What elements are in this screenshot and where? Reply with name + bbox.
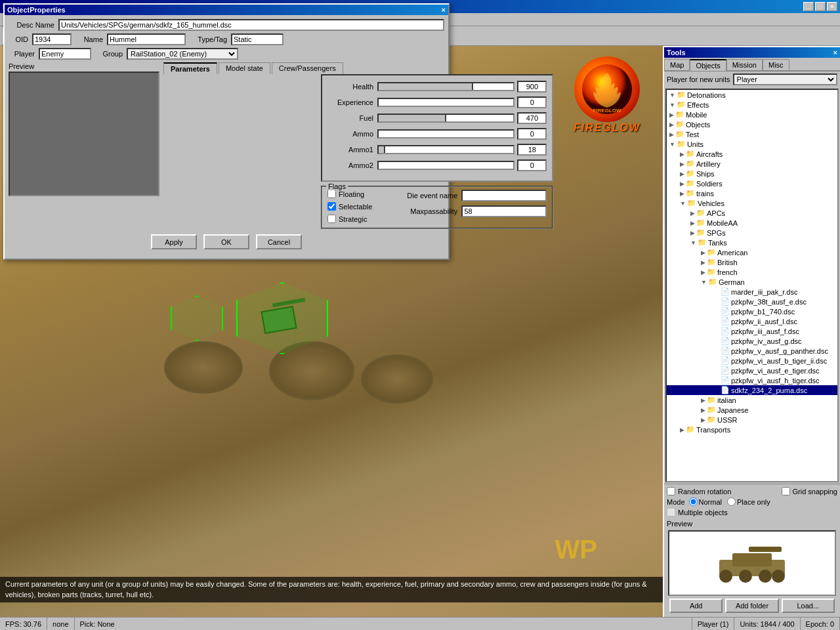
multiple-objects-label: Multiple objects (678, 509, 728, 516)
oid-input[interactable] (32, 33, 72, 45)
tree-item-artillery[interactable]: ▶ 📁 Artillery (667, 159, 837, 169)
mode-normal-radio[interactable] (689, 497, 698, 506)
mode-row: Mode Normal Place only (667, 497, 837, 506)
name-input[interactable] (107, 33, 186, 45)
selectable-label: Selectable (339, 203, 372, 211)
health-slider[interactable] (377, 82, 514, 91)
ammo-slider[interactable] (377, 129, 514, 138)
tree-item-apcs[interactable]: ▶ 📁 APCs (667, 208, 837, 218)
die-event-input[interactable] (461, 190, 547, 201)
tree-item-french[interactable]: ▶ 📁 french (667, 267, 837, 277)
close-window-button[interactable]: × (827, 2, 837, 11)
mode-place-only-radio[interactable] (727, 497, 736, 506)
svg-point-6 (739, 570, 752, 583)
fuel-value[interactable] (517, 112, 547, 124)
add-folder-button[interactable]: Add folder (725, 598, 778, 613)
experience-slider[interactable] (377, 98, 514, 107)
group-select[interactable]: RailStation_02 (Enemy) (127, 48, 238, 60)
tree-item-british[interactable]: ▶ 📁 British (667, 257, 837, 267)
tree-item-tanks[interactable]: ▼ 📁 Tanks (667, 238, 837, 247)
health-value[interactable] (517, 81, 547, 93)
multiple-objects-checkbox[interactable] (667, 508, 675, 516)
tab-model-state[interactable]: Model state (219, 62, 270, 74)
grid-snapping-checkbox[interactable] (782, 487, 790, 495)
tree-item-mobileaa[interactable]: ▶ 📁 MobileAA (667, 218, 837, 228)
minimize-button[interactable]: _ (803, 2, 814, 11)
tree-item-vehicles[interactable]: ▼ 📁 Vehicles (667, 198, 837, 208)
floating-checkbox[interactable] (327, 190, 336, 198)
tree-item-f10[interactable]: 📄 pzkpfw_vi_ausf_h_tiger.dsc (667, 375, 837, 385)
player-field-input[interactable] (39, 48, 91, 60)
preview-label-dialog: Preview (9, 62, 159, 70)
ammo2-slider[interactable] (377, 161, 514, 170)
tools-close[interactable]: × (833, 49, 837, 56)
random-rotation-checkbox[interactable] (667, 487, 675, 495)
status-bar: FPS: 30.76 none Pick: None Player (1) Un… (0, 617, 840, 630)
tree-item-f4[interactable]: 📄 pzkpfw_ii_ausf_l.dsc (667, 316, 837, 326)
tree-item-ships[interactable]: ▶ 📁 Ships (667, 169, 837, 178)
tree-item-japanese[interactable]: ▶ 📁 Japanese (667, 405, 837, 415)
tree-item-units[interactable]: ▼ 📁 Units (667, 139, 837, 149)
selectable-checkbox[interactable] (327, 202, 336, 211)
fuel-slider[interactable] (377, 114, 514, 123)
tree-item-f8[interactable]: 📄 pzkpfw_vi_ausf_b_tiger_ii.dsc (667, 356, 837, 366)
load-button[interactable]: Load... (782, 598, 835, 613)
tree-item-aircrafts[interactable]: ▶ 📁 Aircrafts (667, 149, 837, 159)
tree-item-transports[interactable]: ▶ 📁 Transports (667, 425, 837, 434)
random-rotation-row: Random rotation Grid snapping (667, 487, 837, 495)
dialog-preview-box: Preview (9, 62, 159, 229)
tree-item-american[interactable]: ▶ 📁 American (667, 247, 837, 257)
tab-content: Health Experience Fuel (321, 74, 553, 182)
tree-item-f5[interactable]: 📄 pzkpfw_iii_ausf_f.dsc (667, 326, 837, 336)
player-group-row: Player Group RailStation_02 (Enemy) (9, 48, 444, 60)
ammo1-value[interactable] (517, 144, 547, 156)
tab-crew-passengers[interactable]: Crew/Passengers (272, 62, 343, 74)
tree-item-soldiers[interactable]: ▶ 📁 Soldiers (667, 178, 837, 188)
tree-item-trains[interactable]: ▶ 📁 trains (667, 188, 837, 198)
typetag-input[interactable] (231, 33, 284, 45)
tab-objects[interactable]: Objects (690, 59, 726, 71)
die-event-label: Die event name (385, 192, 457, 200)
apply-button[interactable]: Apply (151, 234, 197, 249)
strategic-checkbox[interactable] (327, 215, 336, 223)
tree-item-detonations[interactable]: ▼ 📁 Detonations (667, 90, 837, 100)
tree-item-objects[interactable]: ▶ 📁 Objects (667, 119, 837, 129)
tree-item-f1[interactable]: 📄 marder_iii_pak_r.dsc (667, 287, 837, 297)
tree-item-effects[interactable]: ▼ 📁 Effects (667, 100, 837, 110)
tab-parameters[interactable]: Parameters (163, 62, 217, 74)
tree-item-mobile[interactable]: ▶ 📁 Mobile (667, 110, 837, 119)
tree-item-italian[interactable]: ▶ 📁 italian (667, 395, 837, 405)
flags-checkboxes: Floating Selectable Strategic (327, 190, 372, 225)
tree-item-test[interactable]: ▶ 📁 Test (667, 129, 837, 139)
tools-panel: Tools × Map Objects Mission Misc Player … (663, 46, 840, 617)
desc-name-input[interactable] (58, 19, 444, 31)
tree-item-spgs[interactable]: ▶ 📁 SPGs (667, 228, 837, 238)
tab-misc[interactable]: Misc (763, 59, 789, 70)
tab-mission[interactable]: Mission (726, 59, 763, 70)
player-select[interactable]: Player (733, 74, 837, 85)
ammo1-slider[interactable] (377, 145, 514, 154)
ammo2-value[interactable] (517, 159, 547, 171)
tab-map[interactable]: Map (664, 59, 690, 70)
maximize-button[interactable]: □ (815, 2, 826, 11)
cancel-button[interactable]: Cancel (256, 234, 302, 249)
dialog-close-button[interactable]: × (442, 6, 446, 14)
fps-display: FPS: 30.76 (0, 618, 47, 630)
tree-item-f6[interactable]: 📄 pzkpfw_iv_ausf_g.dsc (667, 336, 837, 346)
health-row: Health (327, 81, 547, 93)
tree-item-ussr[interactable]: ▶ 📁 USSR (667, 415, 837, 425)
tree-item-f2[interactable]: 📄 pzkpfw_38t_ausf_e.dsc (667, 297, 837, 306)
tree-item-f11[interactable]: 📄 sdkfz_234_2_puma.dsc (667, 385, 837, 395)
tree-item-f9[interactable]: 📄 pzkpfw_vi_ausf_e_tiger.dsc (667, 366, 837, 375)
player-field-label: Player (9, 50, 35, 58)
ammo-value[interactable] (517, 128, 547, 140)
tree-item-german[interactable]: ▼ 📁 German (667, 277, 837, 287)
ok-button[interactable]: OK (203, 234, 249, 249)
tree-item-f7[interactable]: 📄 pzkpfw_v_ausf_g_panther.dsc (667, 346, 837, 356)
tree-item-f3[interactable]: 📄 pzkpfw_b1_740.dsc (667, 306, 837, 316)
maxpassability-input[interactable] (461, 205, 547, 217)
add-button[interactable]: Add (669, 598, 723, 613)
floating-label: Floating (339, 190, 364, 198)
object-tree[interactable]: ▼ 📁 Detonations ▼ 📁 Effects ▶ 📁 Mobile ▶… (665, 89, 839, 482)
experience-value[interactable] (517, 96, 547, 108)
